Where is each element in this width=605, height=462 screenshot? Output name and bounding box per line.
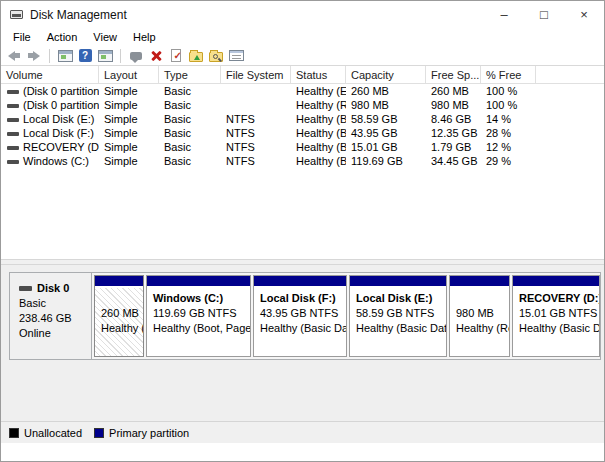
volume-status: Healthy (R... <box>291 99 346 111</box>
column-header[interactable]: Type <box>159 66 221 83</box>
show-console-tree-icon[interactable] <box>57 48 73 64</box>
properties-icon[interactable] <box>228 48 244 64</box>
volume-pct-free: 100 % <box>481 85 536 97</box>
partition-block[interactable]: Local Disk (E:) 58.59 GB NTFS Healthy (B… <box>349 275 447 357</box>
column-header[interactable]: Capacity <box>346 66 426 83</box>
partition-label: Windows (C:) <box>153 291 250 306</box>
console-window-icon[interactable] <box>97 48 113 64</box>
comment-icon[interactable] <box>128 48 144 64</box>
table-row[interactable]: Local Disk (F:) Simple Basic NTFS Health… <box>1 126 604 140</box>
toolbar: ? <box>1 46 604 66</box>
volume-capacity: 119.69 GB <box>346 155 426 167</box>
window-title: Disk Management <box>30 8 127 22</box>
table-row[interactable]: Windows (C:) Simple Basic NTFS Healthy (… <box>1 154 604 168</box>
maximize-button[interactable]: □ <box>524 1 564 28</box>
legend-item: Primary partition <box>94 427 189 439</box>
partition-status: Healthy (Re <box>456 321 509 336</box>
legend-color-swatch <box>94 428 104 438</box>
toolbar-separator <box>49 49 50 63</box>
disk0-info-panel[interactable]: Disk 0 Basic 238.46 GB Online <box>10 273 92 359</box>
partition-block[interactable]: 980 MB Healthy (Re <box>449 275 510 357</box>
close-button[interactable]: × <box>564 1 604 28</box>
menu-file[interactable]: File <box>5 30 39 44</box>
volume-status: Healthy (B... <box>291 127 346 139</box>
volume-list-pane: Volume Layout Type File System Status Ca… <box>1 66 604 259</box>
disk0-status: Online <box>19 326 91 341</box>
column-header[interactable]: Status <box>291 66 346 83</box>
partition-block[interactable]: Local Disk (F:) 43.95 GB NTFS Healthy (B… <box>253 275 347 357</box>
table-row[interactable]: RECOVERY (D:) Simple Basic NTFS Healthy … <box>1 140 604 154</box>
legend-bar: Unallocated Primary partition <box>1 421 604 443</box>
column-header[interactable]: Layout <box>99 66 159 83</box>
partition-status: Healthy (Basic Data F <box>356 321 446 336</box>
volume-free-space: 1.79 GB <box>426 141 481 153</box>
column-header[interactable]: % Free <box>481 66 536 83</box>
title-bar: Disk Management – □ × <box>1 1 604 28</box>
disk0-size: 238.46 GB <box>19 311 91 326</box>
volume-layout: Simple <box>99 155 159 167</box>
volume-layout: Simple <box>99 99 159 111</box>
volume-pct-free: 29 % <box>481 155 536 167</box>
partition-status: Healthy (Basic Data <box>260 321 346 336</box>
partition-status: Healthy (Boot, Page Fi <box>153 321 250 336</box>
check-document-icon[interactable] <box>168 48 184 64</box>
partition-label: Local Disk (F:) <box>260 291 346 306</box>
partition-block[interactable]: RECOVERY (D:) 15.01 GB NTFS Healthy (Bas… <box>512 275 600 357</box>
volume-status: Healthy (B... <box>291 155 346 167</box>
column-header[interactable]: Free Sp... <box>426 66 481 83</box>
volume-capacity: 15.01 GB <box>346 141 426 153</box>
volume-type: Basic <box>159 99 221 111</box>
volume-status: Healthy (B... <box>291 113 346 125</box>
menu-view[interactable]: View <box>85 30 125 44</box>
minimize-button[interactable]: – <box>484 1 524 28</box>
volume-free-space: 12.35 GB <box>426 127 481 139</box>
column-header[interactable]: File System <box>221 66 291 83</box>
volume-name: Local Disk (F:) <box>23 127 94 139</box>
volume-name: Windows (C:) <box>23 155 89 167</box>
folder-search-icon[interactable] <box>208 48 224 64</box>
column-header[interactable]: Volume <box>1 66 99 83</box>
folder-up-icon[interactable] <box>188 48 204 64</box>
partition-block[interactable]: Windows (C:) 119.69 GB NTFS Healthy (Boo… <box>146 275 251 357</box>
partition-size: 119.69 GB NTFS <box>153 306 250 321</box>
partition-size: 43.95 GB NTFS <box>260 306 346 321</box>
volume-icon <box>7 118 19 122</box>
volume-capacity: 980 MB <box>346 99 426 111</box>
menu-help[interactable]: Help <box>125 30 164 44</box>
disk0-name: Disk 0 <box>37 281 69 296</box>
delete-volume-icon[interactable] <box>148 48 164 64</box>
primary-partition-color-bar <box>513 276 599 286</box>
table-row[interactable]: Local Disk (E:) Simple Basic NTFS Health… <box>1 112 604 126</box>
volume-table-body: (Disk 0 partition 1) Simple Basic Health… <box>1 84 604 168</box>
volume-status: Healthy (E... <box>291 85 346 97</box>
window-bottom-strip <box>1 443 604 461</box>
graphical-view-pane: Disk 0 Basic 238.46 GB Online 260 MB Hea… <box>1 265 604 421</box>
volume-icon <box>7 90 19 94</box>
primary-partition-color-bar <box>147 276 250 286</box>
volume-table-header: Volume Layout Type File System Status Ca… <box>1 66 604 84</box>
menu-bar: File Action View Help <box>1 28 604 46</box>
volume-type: Basic <box>159 141 221 153</box>
volume-icon <box>7 146 19 150</box>
legend-item: Unallocated <box>9 427 82 439</box>
volume-name: RECOVERY (D:) <box>23 141 99 153</box>
partition-block[interactable]: 260 MB Healthy ( <box>94 275 144 357</box>
partition-size: 980 MB <box>456 306 509 321</box>
forward-icon[interactable] <box>26 48 42 64</box>
menu-action[interactable]: Action <box>39 30 86 44</box>
table-row[interactable]: (Disk 0 partition 1) Simple Basic Health… <box>1 84 604 98</box>
volume-file-system: NTFS <box>221 155 291 167</box>
volume-status: Healthy (B... <box>291 141 346 153</box>
partition-status: Healthy ( <box>101 321 143 336</box>
table-row[interactable]: (Disk 0 partition 6) Simple Basic Health… <box>1 98 604 112</box>
window-controls: – □ × <box>484 1 604 28</box>
help-icon[interactable]: ? <box>77 48 93 64</box>
volume-free-space: 980 MB <box>426 99 481 111</box>
volume-file-system: NTFS <box>221 141 291 153</box>
partition-label: RECOVERY (D:) <box>519 291 599 306</box>
back-icon[interactable] <box>6 48 22 64</box>
volume-pct-free: 100 % <box>481 99 536 111</box>
volume-type: Basic <box>159 155 221 167</box>
disk-management-window: Disk Management – □ × File Action View H… <box>0 0 605 462</box>
partition-size: 260 MB <box>101 306 143 321</box>
